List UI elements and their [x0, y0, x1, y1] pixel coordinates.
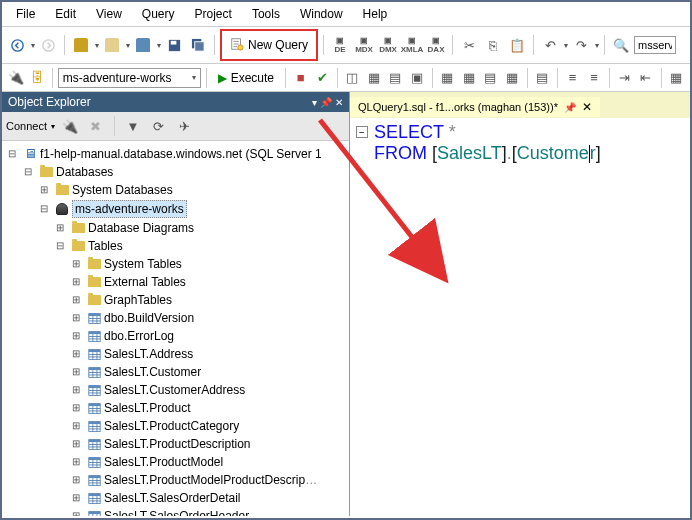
outdent-button[interactable]: ⇤ [636, 67, 655, 89]
nav-forward-button[interactable] [37, 34, 59, 56]
tree-table-node[interactable]: dbo.BuildVersion [4, 309, 347, 327]
tree-table-node[interactable]: SalesLT.SalesOrderHeader [4, 507, 347, 516]
menu-file[interactable]: File [6, 4, 45, 24]
chevron-down-icon[interactable]: ▾ [51, 122, 55, 131]
activity-button[interactable]: ✈ [174, 115, 196, 137]
svg-point-0 [11, 39, 22, 50]
redo-dropdown[interactable]: ▾ [595, 41, 599, 50]
results-grid-button[interactable]: ▦ [502, 67, 521, 89]
svg-point-7 [238, 44, 243, 49]
stop-button[interactable]: ✖ [85, 115, 107, 137]
panel-menu-icon[interactable]: ▾ [312, 97, 317, 108]
paste-button[interactable]: 📋 [506, 34, 528, 56]
table-icon [87, 311, 101, 325]
svg-rect-5 [194, 41, 203, 50]
comment-button[interactable]: ≡ [563, 67, 582, 89]
redo-button[interactable]: ↷ [570, 34, 592, 56]
estimated-plan-button[interactable]: ◫ [343, 67, 362, 89]
intellisense-button[interactable]: ▤ [386, 67, 405, 89]
save-all-button[interactable] [187, 34, 209, 56]
refresh-button[interactable]: ⟳ [148, 115, 170, 137]
results-text-button[interactable]: ▤ [481, 67, 500, 89]
tree-table-node[interactable]: SalesLT.ProductCategory [4, 417, 347, 435]
open-file-dropdown[interactable]: ▾ [126, 41, 130, 50]
tree-table-node[interactable]: SalesLT.ProductModelProductDescrip… [4, 471, 347, 489]
tree-table-node[interactable]: dbo.ErrorLog [4, 327, 347, 345]
tree-graphtables-node[interactable]: GraphTables [4, 291, 347, 309]
panel-close-icon[interactable]: ✕ [335, 97, 343, 108]
dmx-query-button[interactable]: ▣DMX [377, 34, 399, 56]
menu-view[interactable]: View [86, 4, 132, 24]
panel-pin-icon[interactable]: 📌 [320, 97, 332, 108]
open-solution-button[interactable] [132, 34, 154, 56]
tree-systables-node[interactable]: System Tables [4, 255, 347, 273]
table-icon [87, 509, 101, 516]
menu-tools[interactable]: Tools [242, 4, 290, 24]
play-icon: ▶ [218, 71, 227, 85]
undo-dropdown[interactable]: ▾ [564, 41, 568, 50]
dax-query-button[interactable]: ▣DAX [425, 34, 447, 56]
nav-back-dropdown[interactable]: ▾ [31, 41, 35, 50]
cut-button[interactable]: ✂ [458, 34, 480, 56]
open-solution-dropdown[interactable]: ▾ [157, 41, 161, 50]
actual-plan-button[interactable]: ▣ [407, 67, 426, 89]
folder-icon [87, 257, 101, 271]
menu-window[interactable]: Window [290, 4, 353, 24]
query-options-button[interactable]: ▦ [364, 67, 383, 89]
tree-diagrams-node[interactable]: Database Diagrams [4, 219, 347, 237]
tree-table-node[interactable]: SalesLT.Product [4, 399, 347, 417]
results-file-button[interactable]: ▤ [532, 67, 551, 89]
tree-table-node[interactable]: SalesLT.CustomerAddress [4, 381, 347, 399]
new-query-button[interactable]: New Query [224, 33, 314, 57]
client-stats-button[interactable]: ▦ [459, 67, 478, 89]
execute-button[interactable]: ▶ Execute [212, 69, 280, 87]
tree-databases-node[interactable]: Databases [4, 163, 347, 181]
menu-query[interactable]: Query [132, 4, 185, 24]
connect-button[interactable]: Connect [6, 120, 47, 132]
cancel-query-button[interactable]: ■ [291, 67, 310, 89]
close-icon[interactable]: ✕ [582, 100, 592, 114]
menu-project[interactable]: Project [185, 4, 242, 24]
editor-tab[interactable]: QLQuery1.sql - f1...orks (maghan (153))*… [350, 97, 600, 117]
tree-table-node[interactable]: SalesLT.Address [4, 345, 347, 363]
disconnect-button[interactable]: 🔌 [59, 115, 81, 137]
menu-edit[interactable]: Edit [45, 4, 86, 24]
nav-back-button[interactable] [6, 34, 28, 56]
filter-button[interactable]: ▼ [122, 115, 144, 137]
save-button[interactable] [163, 34, 185, 56]
copy-button[interactable]: ⎘ [482, 34, 504, 56]
tree-tables-node[interactable]: Tables [4, 237, 347, 255]
uncomment-button[interactable]: ≡ [584, 67, 603, 89]
undo-button[interactable]: ↶ [539, 34, 561, 56]
chevron-down-icon: ▾ [192, 73, 196, 82]
code-editor[interactable]: − SELECT * FROM [SalesLT].[Customer] [350, 118, 690, 516]
tree-sysdb-node[interactable]: System Databases [4, 181, 347, 199]
tree-table-node[interactable]: SalesLT.SalesOrderDetail [4, 489, 347, 507]
specify-values-button[interactable]: ▦ [666, 67, 685, 89]
de-query-button[interactable]: ▣DE [329, 34, 351, 56]
open-file-button[interactable] [101, 34, 123, 56]
table-icon [87, 383, 101, 397]
mdx-query-button[interactable]: ▣MDX [353, 34, 375, 56]
tree-exttables-node[interactable]: External Tables [4, 273, 347, 291]
menu-help[interactable]: Help [353, 4, 398, 24]
tree-table-node[interactable]: SalesLT.ProductModel [4, 453, 347, 471]
code-fold-toggle[interactable]: − [356, 126, 368, 138]
tree-server-node[interactable]: 🖥f1-help-manual.database.windows.net (SQ… [4, 145, 347, 163]
change-connection-button[interactable]: 🔌 [6, 67, 25, 89]
tab-label: QLQuery1.sql - f1...orks (maghan (153))* [358, 101, 558, 113]
xmla-query-button[interactable]: ▣XMLA [401, 34, 423, 56]
svg-rect-33 [88, 385, 99, 387]
quick-launch-input[interactable] [634, 36, 676, 54]
new-project-dropdown[interactable]: ▾ [95, 41, 99, 50]
pin-icon[interactable]: 📌 [564, 102, 576, 113]
live-stats-button[interactable]: ▦ [438, 67, 457, 89]
tree-table-node[interactable]: SalesLT.ProductDescription [4, 435, 347, 453]
tree-table-node[interactable]: SalesLT.Customer [4, 363, 347, 381]
tree-userdb-node[interactable]: ms-adventure-works [4, 199, 347, 219]
indent-button[interactable]: ⇥ [615, 67, 634, 89]
parse-button[interactable]: ✔ [312, 67, 331, 89]
database-selector-value: ms-adventure-works [63, 71, 172, 85]
new-project-button[interactable] [70, 34, 92, 56]
database-selector[interactable]: ms-adventure-works ▾ [58, 68, 201, 88]
